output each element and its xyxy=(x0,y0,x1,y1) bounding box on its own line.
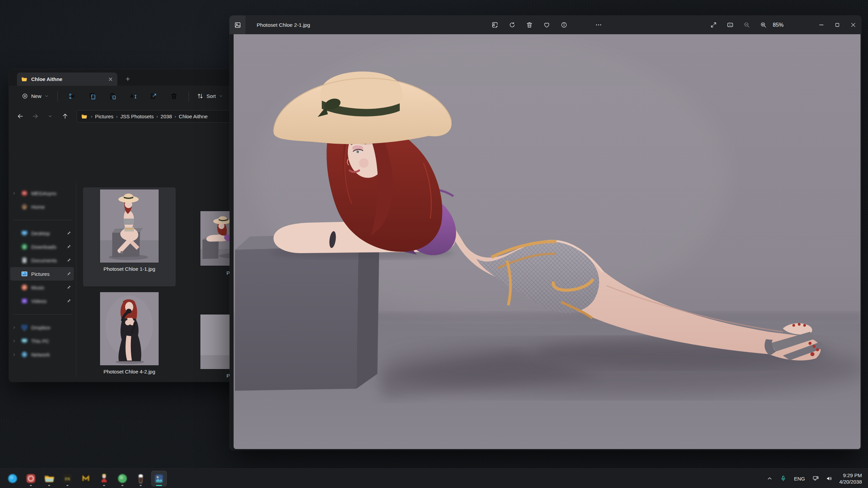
photos-title-bar[interactable]: Photoset Chloe 2-1.jpg 1:1 85% xyxy=(230,16,861,34)
taskbar-item-app-drink[interactable] xyxy=(133,471,149,486)
taskbar-item-app-ds[interactable]: DS xyxy=(60,471,75,486)
network-tray-button[interactable] xyxy=(810,471,822,486)
back-button[interactable] xyxy=(14,109,27,123)
file-label: Photoset Chloe 1-1.jpg xyxy=(83,266,176,272)
hidden-icons-button[interactable] xyxy=(764,471,775,486)
paste-button[interactable] xyxy=(105,89,120,103)
explorer-tab[interactable]: Chloe Aithne xyxy=(17,73,117,86)
toolbar-separator xyxy=(57,91,58,101)
app-character-icon xyxy=(99,473,110,484)
up-button[interactable] xyxy=(58,109,72,123)
expand-chevron-icon[interactable] xyxy=(10,191,18,195)
taskbar-item-app-green[interactable] xyxy=(115,471,130,486)
sort-button[interactable]: Sort xyxy=(193,90,226,102)
sidebar-indent xyxy=(10,285,18,289)
rename-button[interactable] xyxy=(126,89,141,103)
volume-tray-button[interactable] xyxy=(824,471,835,486)
running-indicator xyxy=(103,485,105,486)
zoom-in-button[interactable] xyxy=(756,18,770,32)
zoom-in-icon xyxy=(760,21,767,28)
folder-icon xyxy=(81,113,87,120)
trash-icon xyxy=(526,21,533,28)
minimize-icon xyxy=(818,22,825,28)
cut-button[interactable] xyxy=(65,89,80,103)
more-button[interactable] xyxy=(592,18,605,32)
sort-button-label: Sort xyxy=(206,93,216,99)
zoom-out-button[interactable] xyxy=(740,18,753,32)
sidebar-divider-line[interactable] xyxy=(76,183,76,377)
maximize-button[interactable] xyxy=(829,16,845,34)
running-indicator xyxy=(48,485,50,486)
forward-button[interactable] xyxy=(28,109,42,123)
file-label: Photoset Chloe 4-2.jpg xyxy=(83,369,176,374)
sidebar-item-music[interactable]: Music xyxy=(10,281,74,294)
sidebar-item-dropbox[interactable]: Dropbox xyxy=(10,321,74,334)
photos-toolbar xyxy=(488,16,605,34)
breadcrumb-segment-pictures[interactable]: Pictures xyxy=(93,113,115,120)
copy-button[interactable] xyxy=(85,89,100,103)
sidebar-item-downloads[interactable]: Downloads xyxy=(10,240,74,253)
share-button[interactable] xyxy=(574,18,588,32)
sidebar-item-documents[interactable]: Documents xyxy=(10,253,74,267)
taskbar-item-photos-app[interactable] xyxy=(151,471,167,486)
breadcrumb-segment-2038[interactable]: 2038 xyxy=(159,113,174,120)
megasync-icon xyxy=(21,189,28,197)
language-indicator[interactable]: ENG xyxy=(791,476,808,482)
taskbar-item-start-button[interactable] xyxy=(5,471,20,486)
favorite-button[interactable] xyxy=(540,18,553,32)
svg-text:DS: DS xyxy=(65,477,70,481)
running-indicator xyxy=(140,485,142,486)
photo-image xyxy=(234,34,861,449)
sidebar-item-this-pc[interactable]: This PC xyxy=(10,334,74,348)
new-tab-button[interactable] xyxy=(123,75,132,83)
trash-icon xyxy=(170,93,178,100)
share-button[interactable] xyxy=(146,89,161,103)
close-tab-icon[interactable] xyxy=(108,77,113,82)
expand-chevron-icon[interactable] xyxy=(10,352,18,357)
taskbar-item-app-m[interactable] xyxy=(78,471,94,486)
microphone-tray-button[interactable] xyxy=(777,471,789,486)
share-photo-icon xyxy=(578,21,585,28)
new-plus-icon xyxy=(22,93,28,99)
app-red-icon xyxy=(25,473,36,484)
new-button[interactable]: New xyxy=(18,90,53,102)
toolbar-separator xyxy=(189,91,189,101)
pin-icon xyxy=(66,231,71,236)
photos-app-tab[interactable] xyxy=(230,16,245,34)
sidebar-item-megasync[interactable]: MEGAsync xyxy=(10,186,74,200)
photo-title: Photoset Chloe 2-1.jpg xyxy=(257,16,310,34)
sort-icon xyxy=(197,93,204,100)
breadcrumb-segment-chloe-aithne[interactable]: Chloe Aithne xyxy=(177,113,210,120)
delete-button[interactable] xyxy=(166,89,181,103)
edit-image-button[interactable] xyxy=(488,18,501,32)
info-button[interactable] xyxy=(557,18,571,32)
sidebar-item-network[interactable]: Network xyxy=(10,348,74,361)
zoom-level: 85% xyxy=(773,22,788,28)
fullscreen-button[interactable] xyxy=(707,18,720,32)
delete-button[interactable] xyxy=(522,18,536,32)
recent-locations-button[interactable] xyxy=(43,109,57,123)
taskbar-item-file-explorer[interactable] xyxy=(41,471,57,486)
new-button-label: New xyxy=(31,93,41,99)
file-item-1[interactable]: Photoset Chloe 1-1.jpg xyxy=(83,187,176,286)
actual-size-button[interactable]: 1:1 xyxy=(723,18,737,32)
photo-viewer-canvas[interactable] xyxy=(234,34,861,449)
sidebar-item-label: MEGAsync xyxy=(31,190,71,196)
file-item-3[interactable]: Photoset Chloe 4-2.jpg xyxy=(83,290,176,389)
start-orb-icon xyxy=(7,473,18,484)
rotate-button[interactable] xyxy=(505,18,519,32)
clock[interactable]: 9:29 PM 4/20/2038 xyxy=(837,472,865,485)
expand-chevron-icon[interactable] xyxy=(10,325,18,329)
sidebar-item-videos[interactable]: Videos xyxy=(10,294,74,308)
sidebar-item-desktop[interactable]: Desktop xyxy=(10,226,74,240)
sidebar-divider xyxy=(13,220,72,220)
taskbar-item-app-red[interactable] xyxy=(23,471,39,486)
breadcrumb-separator: › xyxy=(90,114,93,119)
sidebar-item-home[interactable]: Home xyxy=(10,200,74,214)
minimize-button[interactable] xyxy=(813,16,829,34)
breadcrumb-segment-jss-photosets[interactable]: JSS Photosets xyxy=(118,113,156,120)
close-button[interactable] xyxy=(845,16,861,34)
sidebar-item-pictures[interactable]: Pictures xyxy=(10,267,74,281)
expand-chevron-icon[interactable] xyxy=(10,339,18,343)
taskbar-item-app-character[interactable] xyxy=(96,471,112,486)
